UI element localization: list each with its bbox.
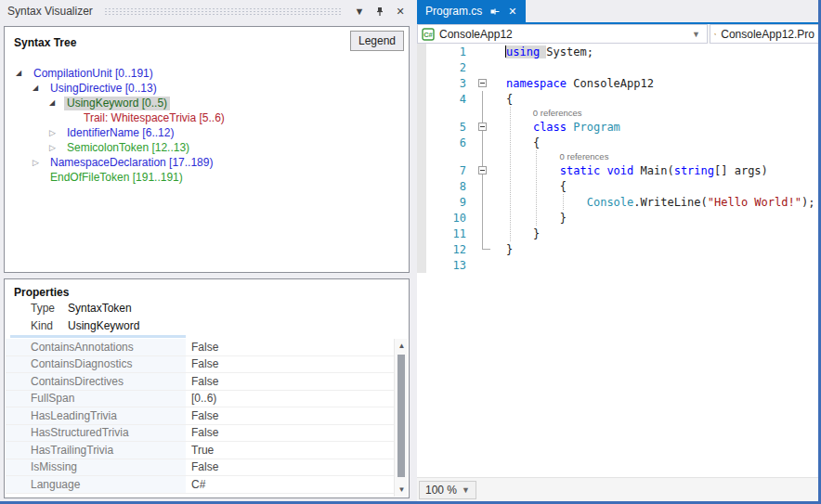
tab-program-cs[interactable]: Program.cs ✕: [417, 0, 526, 22]
chevron-down-icon[interactable]: ▼: [462, 485, 470, 495]
tree-node[interactable]: ◢CompilationUnit [0..191): [5, 66, 409, 81]
properties-scrollbar[interactable]: ▲ ▼: [394, 339, 408, 497]
close-tab-icon[interactable]: ✕: [508, 6, 516, 18]
code-line[interactable]: 10 }: [417, 210, 818, 226]
line-number[interactable]: 4: [426, 93, 471, 106]
tree-node[interactable]: ◢UsingDirective [0..13): [5, 81, 409, 96]
code-line-text[interactable]: using System;: [493, 45, 593, 58]
property-row[interactable]: ContainsDiagnosticsFalse: [6, 356, 394, 374]
property-row[interactable]: IsMissingFalse: [6, 459, 394, 477]
code-line[interactable]: 3namespace ConsoleApp12: [417, 75, 818, 91]
code-line-text[interactable]: }: [493, 212, 567, 225]
titlebar-drag-grip[interactable]: [104, 7, 341, 16]
code-line[interactable]: 6 {: [417, 135, 818, 150]
expand-icon[interactable]: ▷: [49, 140, 64, 155]
line-number[interactable]: 11: [426, 227, 471, 240]
tree-node[interactable]: ▷NamespaceDeclaration [17..189): [5, 155, 409, 170]
property-row[interactable]: HasTrailingTriviaTrue: [6, 442, 394, 459]
scroll-up-icon[interactable]: ▲: [395, 339, 409, 353]
code-line[interactable]: 9 Console.WriteLine("Hello World!");: [417, 194, 818, 210]
line-number[interactable]: 9: [426, 196, 471, 209]
collapse-region-icon[interactable]: [478, 166, 487, 174]
tree-node[interactable]: ◢UsingKeyword [0..5): [5, 96, 409, 110]
tree-node[interactable]: Trail: WhitespaceTrivia [5..6): [5, 110, 409, 125]
property-row[interactable]: HasLeadingTriviaFalse: [6, 407, 394, 425]
tree-node[interactable]: EndOfFileToken [191..191): [5, 170, 409, 185]
code-line-text[interactable]: static void Main(string[] args): [493, 164, 768, 177]
pin-icon[interactable]: [372, 4, 387, 19]
syntax-tree-header: Syntax Tree: [14, 36, 76, 49]
code-line[interactable]: 1using System;: [417, 44, 818, 59]
indicator-margin: [417, 241, 426, 257]
tree-node-label: EndOfFileToken [191..191): [47, 171, 186, 185]
line-number[interactable]: 3: [426, 77, 471, 90]
line-number[interactable]: 10: [426, 212, 471, 225]
property-name: Language: [6, 476, 186, 493]
property-row[interactable]: LanguageC#: [6, 476, 394, 494]
window-position-menu-icon[interactable]: ▼: [352, 4, 367, 19]
indicator-margin: [417, 44, 426, 59]
visual-studio-window: Syntax Visualizer ▼ ✕ Syntax Tree Legend…: [0, 0, 821, 504]
code-line[interactable]: 7 static void Main(string[] args): [417, 162, 818, 178]
codelens-references[interactable]: 0 references: [493, 108, 582, 118]
collapse-icon[interactable]: ◢: [33, 81, 47, 96]
indicator-margin: [417, 59, 426, 75]
collapse-region-icon[interactable]: [478, 79, 487, 87]
code-line[interactable]: 11 }: [417, 226, 818, 241]
property-row[interactable]: FullSpan[0..6): [6, 391, 394, 408]
scroll-down-icon[interactable]: ▼: [395, 483, 409, 497]
collapse-icon[interactable]: ◢: [16, 66, 31, 81]
expand-icon[interactable]: ▷: [33, 155, 47, 170]
collapse-region-icon[interactable]: [478, 123, 487, 131]
code-line[interactable]: 2: [417, 59, 818, 75]
line-number[interactable]: 2: [426, 61, 471, 74]
line-number[interactable]: 13: [426, 259, 471, 272]
code-editor[interactable]: 1using System;23namespace ConsoleApp124{…: [417, 44, 818, 477]
code-line-text[interactable]: namespace ConsoleApp12: [493, 77, 654, 90]
line-number[interactable]: 1: [426, 45, 471, 58]
code-line-text[interactable]: {: [493, 93, 513, 106]
line-number[interactable]: 5: [426, 121, 471, 134]
kind-row: Kind UsingKeyword: [31, 317, 139, 334]
legend-button[interactable]: Legend: [350, 31, 404, 51]
codelens-references[interactable]: 0 references: [493, 151, 608, 162]
property-row[interactable]: HasStructuredTriviaFalse: [6, 425, 394, 443]
code-line[interactable]: 8 {: [417, 178, 818, 194]
property-row[interactable]: ContainsAnnotationsFalse: [6, 339, 394, 356]
code-line-text[interactable]: Console.WriteLine("Hello World!");: [493, 196, 814, 209]
property-row[interactable]: ContainsDirectivesFalse: [6, 373, 394, 391]
chevron-down-icon[interactable]: ▼: [692, 30, 700, 39]
pin-tab-icon[interactable]: [490, 6, 501, 16]
indicator-margin: [417, 162, 426, 178]
tree-node-label: Trail: WhitespaceTrivia [5..6): [81, 111, 228, 125]
editor-zoom-dropdown[interactable]: 100 % ▼: [419, 481, 476, 499]
code-line[interactable]: 13: [417, 257, 818, 273]
code-line-text[interactable]: }: [493, 227, 540, 240]
line-number[interactable]: 6: [426, 136, 471, 149]
code-line-text[interactable]: {: [493, 136, 540, 149]
scrollbar-thumb[interactable]: [397, 355, 405, 477]
close-icon[interactable]: ✕: [393, 4, 408, 19]
code-line-text[interactable]: class Program: [493, 121, 620, 134]
type-dropdown[interactable]: ConsoleApp12.Pro: [710, 24, 818, 44]
tree-node[interactable]: ▷SemicolonToken [12..13): [5, 140, 409, 155]
expand-icon[interactable]: ▷: [49, 125, 64, 140]
indicator-margin: [417, 178, 426, 194]
code-line[interactable]: 4{: [417, 91, 818, 107]
code-token: }: [506, 212, 567, 225]
code-line[interactable]: 12}: [417, 241, 818, 257]
indicator-margin: [417, 119, 426, 135]
code-token: class: [533, 121, 567, 134]
code-line-text[interactable]: }: [493, 243, 513, 256]
line-number[interactable]: 12: [426, 243, 471, 256]
kind-label: Kind: [31, 319, 68, 332]
project-dropdown[interactable]: C# ConsoleApp12 ▼: [417, 24, 708, 44]
code-token: Console: [587, 196, 634, 209]
code-line[interactable]: 5 class Program: [417, 119, 818, 135]
line-number[interactable]: 7: [426, 164, 471, 177]
line-number[interactable]: 8: [426, 180, 471, 193]
code-token: {: [506, 180, 567, 193]
tree-node[interactable]: ▷IdentifierName [6..12): [5, 125, 409, 140]
code-line-text[interactable]: {: [493, 180, 567, 193]
collapse-icon[interactable]: ◢: [49, 96, 64, 110]
